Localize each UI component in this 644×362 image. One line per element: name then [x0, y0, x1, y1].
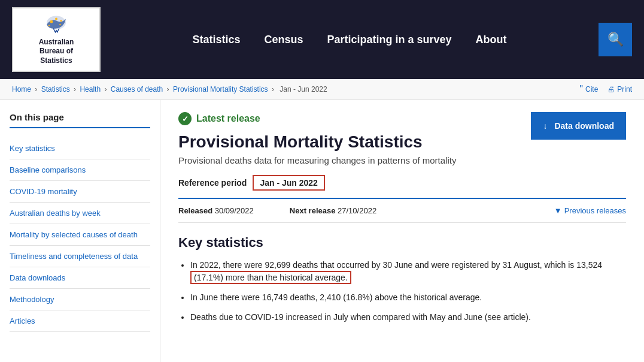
breadcrumb-health[interactable]: Health: [80, 85, 101, 93]
breadcrumb: Home › Statistics › Health › Causes of d…: [12, 85, 329, 93]
main-layout: On this page Key statistics Baseline com…: [0, 100, 644, 362]
svg-point-4: [48, 25, 50, 26]
bullet-item-2: In June there were 16,749 deaths, 2,410 …: [190, 291, 626, 304]
next-release-info: Next release 27/10/2022: [290, 206, 376, 215]
sidebar-item-timeliness[interactable]: Timeliness and completeness of data: [10, 246, 150, 267]
breadcrumb-causes[interactable]: Causes of death: [111, 85, 163, 93]
latest-release-label: Latest release: [196, 113, 260, 124]
ref-period-label: Reference period: [178, 178, 247, 188]
key-stats-list: In 2022, there were 92,699 deaths that o…: [178, 259, 626, 324]
breadcrumb-home[interactable]: Home: [12, 85, 31, 93]
page-title: Provisional Mortality Statistics: [178, 132, 456, 152]
breadcrumb-bar: Home › Statistics › Health › Causes of d…: [0, 79, 644, 100]
page-subtitle: Provisional deaths data for measuring ch…: [178, 155, 456, 165]
print-button[interactable]: 🖨 Print: [607, 85, 632, 93]
sidebar-item-baseline[interactable]: Baseline comparisons: [10, 159, 150, 181]
quote-icon: ": [579, 84, 583, 95]
nav-about[interactable]: About: [476, 28, 507, 52]
sidebar-item-covid[interactable]: COVID-19 mortality: [10, 181, 150, 203]
sidebar-item-methodology[interactable]: Methodology: [10, 289, 150, 310]
svg-point-2: [55, 17, 57, 20]
sidebar-item-data-downloads[interactable]: Data downloads: [10, 267, 150, 289]
reference-period-row: Reference period Jan - Jun 2022: [178, 175, 626, 199]
logo[interactable]: Australian Bureau of Statistics: [12, 7, 101, 72]
nav-survey[interactable]: Participating in a survey: [327, 28, 452, 52]
bullet-item-3: Deaths due to COVID-19 increased in July…: [190, 311, 626, 324]
cite-button[interactable]: " Cite: [579, 84, 598, 95]
previous-releases-button[interactable]: ▼ Previous releases: [554, 206, 626, 215]
main-content: ✓ Latest release Provisional Mortality S…: [160, 100, 644, 362]
meta-row: Released 30/09/2022 Next release 27/10/2…: [178, 206, 626, 223]
chevron-down-icon: ▼: [554, 206, 562, 215]
title-block: ✓ Latest release Provisional Mortality S…: [178, 112, 456, 175]
breadcrumb-current: Jan - Jun 2022: [280, 85, 327, 93]
sidebar-title: On this page: [10, 112, 150, 128]
check-circle-icon: ✓: [178, 112, 192, 125]
key-statistics-section: Key statistics In 2022, there were 92,69…: [178, 235, 626, 324]
logo-text: Australian Bureau of Statistics: [39, 38, 74, 66]
breadcrumb-actions: " Cite 🖨 Print: [579, 84, 632, 95]
svg-point-5: [59, 23, 60, 25]
search-button[interactable]: 🔍: [599, 23, 632, 56]
sidebar: On this page Key statistics Baseline com…: [0, 100, 160, 362]
print-icon: 🖨: [607, 85, 615, 93]
svg-point-1: [50, 20, 53, 23]
ref-period-value: Jan - Jun 2022: [253, 175, 325, 191]
sidebar-item-articles[interactable]: Articles: [10, 310, 150, 332]
breadcrumb-provisional[interactable]: Provisional Mortality Statistics: [173, 85, 268, 93]
sidebar-item-key-statistics[interactable]: Key statistics: [10, 138, 150, 159]
nav-statistics[interactable]: Statistics: [192, 28, 240, 52]
content-header-row: ✓ Latest release Provisional Mortality S…: [178, 112, 626, 175]
key-stats-heading: Key statistics: [178, 235, 626, 251]
sidebar-item-deaths-by-week[interactable]: Australian deaths by week: [10, 203, 150, 224]
sidebar-item-mortality-causes[interactable]: Mortality by selected causes of death: [10, 224, 150, 246]
download-icon: ↓: [543, 121, 547, 131]
svg-point-3: [60, 20, 62, 22]
main-nav: Statistics Census Participating in a sur…: [101, 28, 599, 52]
data-download-button[interactable]: ↓ Data download: [531, 112, 626, 140]
nav-census[interactable]: Census: [264, 28, 303, 52]
logo-emblem-icon: [42, 14, 71, 35]
highlighted-stat: (17.1%) more than the historical average…: [190, 271, 351, 284]
search-icon: 🔍: [607, 32, 624, 47]
latest-release-badge: ✓ Latest release: [178, 112, 456, 125]
site-header: Australian Bureau of Statistics Statisti…: [0, 0, 644, 79]
bullet-item-1: In 2022, there were 92,699 deaths that o…: [190, 259, 626, 284]
released-info: Released 30/09/2022: [178, 206, 254, 215]
breadcrumb-statistics[interactable]: Statistics: [41, 85, 70, 93]
